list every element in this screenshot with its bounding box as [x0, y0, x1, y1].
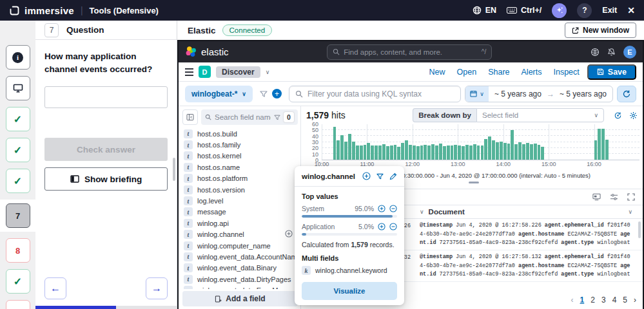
histogram-bar[interactable]: [435, 145, 438, 160]
add-field-as-column-button[interactable]: [285, 230, 293, 239]
language-selector[interactable]: EN: [473, 6, 496, 15]
toolbar-link-share[interactable]: Share: [488, 68, 509, 77]
histogram-bar[interactable]: [382, 144, 385, 160]
histogram-bar[interactable]: [424, 145, 427, 160]
global-search-input[interactable]: Find apps, content, and more. ^/: [327, 44, 492, 60]
exit-button[interactable]: Exit: [602, 6, 617, 15]
user-avatar[interactable]: E: [623, 46, 636, 59]
breadcrumb[interactable]: Discover: [216, 66, 260, 78]
close-icon[interactable]: ✕: [627, 5, 635, 15]
histogram-bar[interactable]: [503, 143, 507, 160]
histogram-bar[interactable]: [598, 129, 601, 160]
field-item[interactable]: thost.os.platform: [182, 173, 298, 184]
check-answer-button[interactable]: Check answer: [44, 138, 168, 161]
collapse-fields-button[interactable]: [182, 109, 198, 125]
histogram-bar[interactable]: [386, 146, 389, 160]
histogram-bar[interactable]: [451, 145, 454, 160]
histogram-bar[interactable]: [397, 147, 400, 160]
panel-scrollbar[interactable]: [173, 158, 175, 181]
histogram-bar[interactable]: [340, 135, 344, 160]
rail-briefing-button[interactable]: i: [6, 45, 30, 70]
histogram-bar[interactable]: [462, 146, 465, 160]
space-badge[interactable]: D: [199, 66, 211, 78]
row-settings-icon[interactable]: [610, 193, 618, 201]
histogram-bar[interactable]: [375, 145, 378, 160]
histogram-bar[interactable]: [541, 147, 544, 160]
histogram-bar[interactable]: [484, 139, 487, 160]
histogram-bar[interactable]: [488, 136, 491, 160]
field-item[interactable]: twinlog.channel: [182, 229, 298, 240]
histogram-bar[interactable]: [443, 146, 446, 160]
toolbar-link-open[interactable]: Open: [457, 68, 477, 77]
histogram-bar[interactable]: [405, 140, 408, 160]
filter-for-value-button[interactable]: [378, 205, 385, 212]
filter-out-value-button[interactable]: [389, 223, 397, 230]
kql-query-input[interactable]: Filter your data using KQL syntax: [289, 86, 461, 102]
histogram-bar[interactable]: [333, 127, 337, 160]
breadcrumb-chevron-icon[interactable]: ∨: [266, 69, 270, 75]
histogram-bar[interactable]: [526, 143, 529, 160]
histogram-bar[interactable]: [477, 145, 480, 160]
menu-icon[interactable]: [185, 68, 193, 76]
histogram-bar[interactable]: [409, 145, 412, 160]
edit-field-pencil-button[interactable]: [389, 173, 397, 180]
previous-page-button[interactable]: ‹: [571, 295, 574, 304]
column-actions-chevron-icon[interactable]: ∨: [628, 209, 632, 215]
refresh-query-button[interactable]: [617, 86, 636, 102]
previous-question-button[interactable]: ←: [44, 277, 66, 299]
field-search-input[interactable]: Search field names 0: [201, 109, 298, 125]
histogram-bar[interactable]: [594, 140, 598, 160]
field-item[interactable]: thost.os.name: [182, 162, 298, 173]
page-button-5[interactable]: 5: [623, 295, 627, 304]
histogram-bar[interactable]: [352, 142, 355, 160]
histogram-bar[interactable]: [514, 144, 518, 160]
show-briefing-button[interactable]: Show briefing: [44, 167, 168, 191]
histogram-bar[interactable]: [473, 144, 476, 160]
histogram-bar[interactable]: [378, 145, 382, 160]
page-button-1[interactable]: 1: [580, 295, 585, 304]
histogram-bar[interactable]: [511, 130, 514, 160]
table-scrollbar[interactable]: [638, 221, 641, 238]
alerts-bell-icon[interactable]: [607, 48, 616, 56]
field-item[interactable]: twinlog.api: [182, 218, 298, 229]
new-window-button[interactable]: New window: [565, 23, 636, 38]
next-page-button[interactable]: ›: [634, 295, 636, 304]
histogram-bar[interactable]: [390, 145, 393, 160]
rail-question-complete[interactable]: ✓: [6, 169, 30, 193]
histogram-bar[interactable]: [522, 144, 525, 160]
answer-input[interactable]: [44, 86, 168, 108]
histogram-bar[interactable]: [538, 145, 541, 160]
histogram-bar[interactable]: [465, 145, 469, 160]
histogram-bar[interactable]: [439, 144, 442, 160]
display-options-icon[interactable]: [592, 193, 601, 201]
field-item[interactable]: tmessage: [182, 207, 298, 218]
field-item[interactable]: twinlog.event_data.DirtyPages: [182, 274, 298, 285]
rail-question-complete[interactable]: ✓: [6, 269, 30, 294]
breakdown-select[interactable]: Select field∨: [476, 108, 604, 122]
histogram-bar[interactable]: [364, 145, 367, 160]
histogram-bar[interactable]: [518, 142, 522, 160]
keyboard-shortcuts[interactable]: Ctrl+/: [507, 6, 542, 15]
histogram-bar[interactable]: [481, 145, 484, 160]
add-field-column-button[interactable]: [362, 172, 371, 180]
rail-question-10[interactable]: 10: [6, 300, 30, 309]
add-field-button[interactable]: Add a field: [182, 291, 298, 306]
elastic-brand[interactable]: elastic: [185, 46, 229, 58]
field-filter-funnel-button[interactable]: [376, 173, 384, 180]
field-item[interactable]: thost.os.kernel: [182, 151, 298, 162]
field-item[interactable]: thost.os.version: [182, 184, 298, 195]
histogram-bar[interactable]: [401, 143, 404, 160]
rail-question-complete[interactable]: ✓: [6, 138, 30, 162]
assistant-button[interactable]: [552, 3, 567, 18]
rail-question-8[interactable]: 8: [6, 238, 30, 263]
chart-options-icon[interactable]: [614, 111, 622, 120]
histogram-bar[interactable]: [496, 142, 499, 160]
histogram-bar[interactable]: [507, 144, 511, 160]
histogram-bar[interactable]: [416, 146, 420, 160]
histogram-bar[interactable]: [420, 145, 424, 160]
resize-handle[interactable]: [469, 182, 479, 183]
next-question-button[interactable]: →: [146, 277, 168, 299]
index-pattern-selector[interactable]: winlogbeat-*∨: [185, 86, 253, 102]
field-item[interactable]: twinlog.event_data.ErrorMessage: [182, 285, 298, 289]
rail-machines-button[interactable]: [6, 76, 30, 100]
